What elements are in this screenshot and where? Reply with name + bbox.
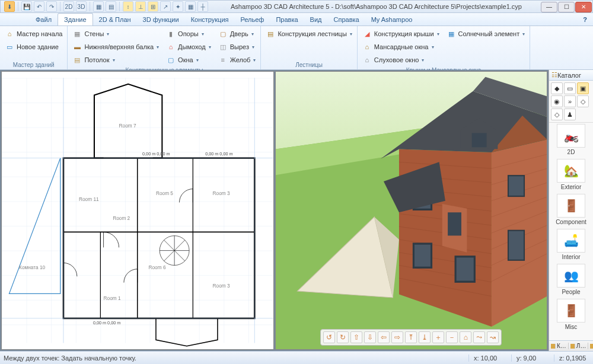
ribbon-cmd[interactable]: ▬Нижняя/верхняя балка▾ — [71, 41, 160, 53]
view-2d-canvas[interactable]: Комната 10 Room 7 — [2, 72, 273, 349]
nav3d-left-icon[interactable]: ⇦ — [378, 331, 390, 343]
ribbon-cmd-icon: ▤ — [266, 29, 275, 39]
nav3d-zoom-out-icon[interactable]: － — [446, 331, 458, 343]
menu-3dfunc[interactable]: 3D функции — [137, 13, 185, 25]
room-label-1: Room 1 — [104, 295, 121, 301]
ribbon-cmd[interactable]: ⌂Мастер начала — [4, 28, 63, 40]
room-label-5: Room 5 — [156, 190, 173, 196]
nav3d-down-icon[interactable]: ⇩ — [364, 331, 376, 343]
ribbon-cmd-icon: ▢ — [218, 29, 228, 39]
menu-construction[interactable]: Конструкция — [185, 13, 235, 25]
catalog-tab-6[interactable]: ◇ — [551, 108, 563, 120]
help-icon[interactable]: ? — [577, 13, 593, 25]
maximize-button[interactable]: ☐ — [558, 2, 575, 12]
ribbon-cmd-label: Стены — [84, 30, 104, 37]
catalog-tab-2[interactable]: ▭ — [564, 82, 576, 94]
catalog-tab-1[interactable]: ◆ — [551, 82, 563, 94]
title-bar: ⬇ 💾 ↶ ↷ 2D 3D ▦ ▤ ↕ ⊥ ⊞ ↗ ✦ ▦ ┼ Ashampoo… — [0, 0, 593, 13]
ribbon-cmd-icon: ▮ — [166, 29, 176, 39]
catalog-item[interactable]: 👥People — [550, 264, 592, 295]
nav3d-walk-icon[interactable]: ⤳ — [473, 331, 485, 343]
ribbon-cmd[interactable]: ⌂Мансардные окна▾ — [361, 41, 441, 53]
window-title: Ashampoo 3D CAD Architecture 5 - D:\soft… — [212, 3, 541, 10]
ribbon-cmd[interactable]: ▢Дверь▾ — [217, 28, 257, 40]
chevron-down-icon: ▾ — [432, 44, 434, 50]
nav3d-right-icon[interactable]: ⇨ — [391, 331, 403, 343]
catalog-item[interactable]: 🏍️2D — [550, 124, 592, 155]
nav3d-zoom-in-icon[interactable]: ＋ — [432, 331, 444, 343]
nav3d-rotate-right-icon[interactable]: ↻ — [337, 331, 349, 343]
qat-tool2-icon[interactable]: ⊥ — [135, 1, 146, 12]
menu-view[interactable]: Вид — [304, 13, 328, 25]
ribbon-cmd[interactable]: ⌂Слуховое окно▾ — [361, 54, 441, 66]
nav3d-home-icon[interactable]: ⌂ — [460, 331, 471, 343]
catalog-tab-3[interactable]: ▣ — [577, 82, 589, 94]
nav3d-fly-icon[interactable]: ↝ — [487, 331, 499, 343]
ribbon-cmd[interactable]: ◫Вырез▾ — [217, 41, 257, 53]
qat-2d-button[interactable]: 2D — [63, 1, 74, 12]
qat-tool5-icon[interactable]: ✦ — [173, 1, 183, 12]
ribbon-cmd[interactable]: ▢Окна▾ — [165, 54, 212, 66]
qat-3d-button[interactable]: 3D — [76, 1, 87, 12]
catalog-tab-5[interactable]: ◇ — [577, 95, 589, 107]
ribbon-cmd[interactable]: ▤Потолок▾ — [71, 54, 160, 66]
menu-building[interactable]: Здание — [58, 13, 93, 25]
menu-help[interactable]: Справка — [328, 13, 365, 25]
catalog-item-label: Misc — [550, 324, 592, 330]
catalog-bottom-tab[interactable]: К… — [549, 343, 569, 349]
qat-undo-icon[interactable]: ↶ — [34, 1, 44, 12]
ribbon-cmd[interactable]: ≡Желоб▾ — [217, 54, 257, 66]
menu-edit[interactable]: Правка — [270, 13, 304, 25]
qat-save-icon[interactable]: 💾 — [21, 1, 32, 12]
catalog-bottom-tab[interactable]: Л… — [569, 343, 589, 349]
app-menu-button[interactable]: ⬇ — [4, 1, 15, 12]
ribbon-cmd[interactable]: ▦Солнечный элемент▾ — [445, 28, 527, 40]
nav3d-tilt-down-icon[interactable]: ⤓ — [419, 331, 431, 343]
catalog-item-icon: 🏍️ — [557, 124, 585, 148]
catalog-bottom-tab[interactable]: Р… — [588, 343, 593, 349]
svg-rect-65 — [471, 133, 486, 147]
catalog-tab-7[interactable]: ♟ — [564, 108, 576, 120]
qat-view2-icon[interactable]: ▤ — [106, 1, 116, 12]
ribbon-cmd[interactable]: ▦Стены▾ — [71, 28, 160, 40]
qat-tool6-icon[interactable]: ▦ — [185, 1, 196, 12]
catalog-item[interactable]: 🏡Exterior — [550, 159, 592, 190]
qat-tool3-icon[interactable]: ⊞ — [148, 1, 158, 12]
catalog-item-label: Exterior — [550, 184, 592, 190]
menu-relief[interactable]: Рельеф — [235, 13, 270, 25]
ribbon-cmd[interactable]: ▤Конструкция лестницы▾ — [264, 28, 353, 40]
chevron-down-icon: ▾ — [253, 58, 256, 63]
nav3d-tilt-up-icon[interactable]: ⤒ — [405, 331, 417, 343]
catalog-item[interactable]: 🛋️Interior — [550, 229, 592, 260]
nav3d-rotate-left-icon[interactable]: ↺ — [323, 331, 335, 343]
ribbon-cmd-label: Желоб — [230, 56, 251, 63]
chevron-down-icon: ▾ — [437, 31, 439, 37]
ribbon-group-3: ◢Конструкция крыши▾⌂Мансардные окна▾⌂Слу… — [358, 26, 530, 69]
qat-view1-icon[interactable]: ▦ — [93, 1, 104, 12]
menu-myashampoo[interactable]: My Ashampoo — [365, 13, 419, 25]
qat-redo-icon[interactable]: ↷ — [46, 1, 57, 12]
catalog-item[interactable]: 🚪Component — [550, 194, 592, 225]
qat-tool4-icon[interactable]: ↗ — [160, 1, 171, 12]
ribbon-cmd[interactable]: ▭Новое здание — [4, 41, 63, 53]
nav3d-up-icon[interactable]: ⇧ — [350, 331, 362, 343]
ribbon-cmd[interactable]: ▮Опоры▾ — [165, 28, 212, 40]
catalog-item[interactable]: 🚪Misc — [550, 299, 592, 330]
minimize-button[interactable]: — — [541, 2, 557, 12]
catalog-tab-more[interactable]: » — [564, 95, 576, 107]
qat-tool1-icon[interactable]: ↕ — [123, 1, 133, 12]
catalog-tabs: ◆ ▭ ▣ ◉ » ◇ ◇ ♟ — [549, 81, 593, 123]
ribbon-cmd[interactable]: ◢Конструкция крыши▾ — [361, 28, 441, 40]
menu-file[interactable]: Файл — [30, 13, 58, 25]
svg-rect-57 — [509, 231, 524, 260]
close-button[interactable]: ✕ — [575, 2, 592, 12]
ribbon-cmd[interactable]: ⌂Дымоход▾ — [165, 41, 212, 53]
catalog-tab-4[interactable]: ◉ — [551, 95, 563, 107]
view-3d-canvas[interactable]: ↺ ↻ ⇧ ⇩ ⇦ ⇨ ⤒ ⤓ ＋ － ⌂ ⤳ ↝ — [276, 72, 547, 349]
view-2d: ▦ New Project1 : 2D View — ☐ ✕ — [1, 71, 274, 350]
ribbon-cmd-icon: ▭ — [5, 42, 14, 52]
ribbon-cmd-icon: ▤ — [72, 55, 82, 65]
chevron-down-icon: ▾ — [422, 58, 424, 63]
menu-2dplan[interactable]: 2D & План — [93, 13, 137, 25]
qat-tool7-icon[interactable]: ┼ — [197, 1, 208, 12]
